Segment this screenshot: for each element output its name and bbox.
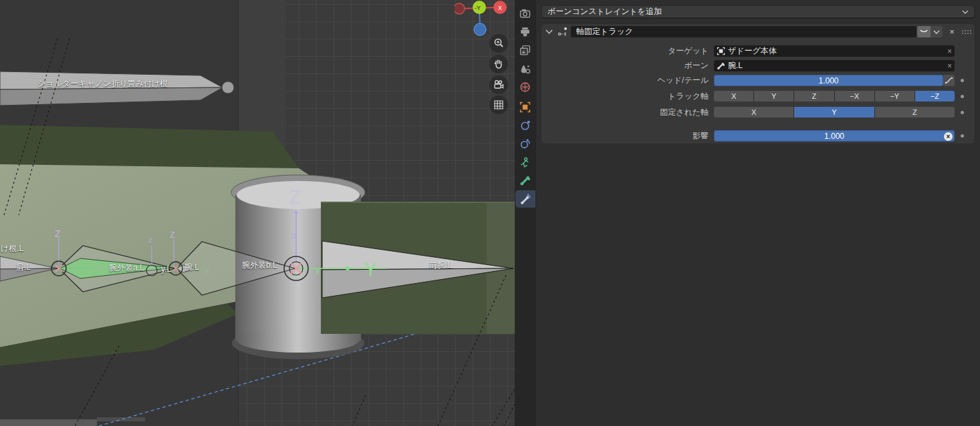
bone-icon: [717, 61, 725, 70]
tab-render[interactable]: [515, 5, 535, 22]
constraint-panel-locked-track: 軸固定トラック × ターゲット: [541, 24, 975, 144]
lock-axis-z[interactable]: Z: [875, 107, 955, 118]
head-tail-value: 1.000: [818, 76, 838, 85]
gizmo-neg-y-label: -Y: [475, 5, 481, 11]
lock-axis-y[interactable]: Y: [794, 107, 874, 118]
constraint-drag-handle[interactable]: [960, 26, 973, 37]
bone-field-label: ボーン: [541, 60, 709, 71]
bone-label: 肩.L: [16, 262, 31, 273]
pan-hand-icon[interactable]: [489, 55, 508, 73]
bone-field[interactable]: 腕.L ×: [714, 60, 955, 71]
tab-world[interactable]: [515, 78, 535, 95]
decorator-dot[interactable]: [961, 111, 964, 114]
tab-view-layer[interactable]: [515, 41, 535, 59]
constraint-extras-menu[interactable]: [931, 26, 943, 37]
delete-x-label: ×: [949, 27, 955, 37]
track-axis-neg-z[interactable]: −Z: [915, 91, 955, 101]
panel-expand-icon[interactable]: [545, 29, 553, 35]
track-axis-z[interactable]: Z: [794, 91, 834, 101]
tab-bone[interactable]: [515, 172, 535, 189]
blender-window: Z Y z Z Y: [0, 0, 980, 426]
axis-y-shoulder: Y: [96, 264, 102, 274]
viewport-camera-icon[interactable]: [489, 75, 508, 94]
tab-bone-constraints[interactable]: [515, 190, 535, 208]
zoom-icon[interactable]: [489, 34, 508, 53]
influence-clear-icon[interactable]: ×: [944, 132, 953, 141]
bone-clear-icon[interactable]: ×: [947, 61, 952, 71]
axis-y-small: y: [316, 266, 320, 275]
constraint-mute-toggle[interactable]: [917, 26, 931, 37]
locked-track-constraint-icon: [558, 27, 568, 37]
track-axis-neg-y[interactable]: −Y: [875, 91, 914, 101]
tab-scene[interactable]: [515, 60, 535, 77]
bone-label: 前腕.L: [429, 260, 452, 271]
constraint-delete-button[interactable]: ×: [947, 26, 957, 37]
head-tail-label: ヘッド/テール: [541, 75, 709, 86]
axis-y-arm: Y: [205, 266, 211, 276]
mesh-shoulder-armor-top: [0, 125, 299, 168]
influence-value: 1.000: [824, 132, 844, 141]
axis-z-arm: Z: [170, 230, 175, 240]
viewport-3d[interactable]: Z Y z Z Y: [0, 0, 515, 426]
object-data-icon: [717, 47, 725, 55]
tab-physics[interactable]: [515, 116, 535, 134]
gizmo-neg-x-ball[interactable]: [455, 3, 465, 14]
target-label: ターゲット: [541, 45, 709, 57]
track-axis-label: トラック軸: [541, 91, 709, 102]
bone-value: 腕.L: [728, 60, 947, 71]
decorator-dot[interactable]: [961, 79, 964, 82]
track-axis-y[interactable]: Y: [754, 91, 793, 101]
bone-label: 腕外装b.L: [242, 260, 277, 271]
axis-y-big: Y: [364, 259, 377, 280]
constraint-name-value: 軸固定トラック: [576, 26, 633, 37]
tab-object[interactable]: [515, 98, 535, 116]
head-tail-slider[interactable]: 1.000: [714, 75, 943, 86]
tab-output[interactable]: [515, 23, 535, 40]
properties-tab-column: [515, 0, 536, 426]
target-field[interactable]: ザドーグ本体 ×: [714, 45, 955, 57]
influence-slider[interactable]: 1.000 ×: [714, 130, 955, 142]
influence-label: 影響: [541, 130, 709, 142]
axis-z-small: z: [292, 230, 297, 240]
lock-axis-segment: X Y Z: [714, 107, 955, 118]
axis-z-small-mid: z: [148, 236, 152, 244]
navigation-gizmo[interactable]: -Y X: [455, 0, 515, 40]
bone-label: け根.L: [1, 243, 23, 254]
bone-label: 腕外装a.L: [109, 262, 144, 274]
bone-label: ショルダーキャノン折り畳み付け根: [37, 78, 168, 89]
track-axis-x[interactable]: X: [714, 91, 753, 101]
target-value: ザドーグ本体: [728, 45, 947, 57]
decorator-dot[interactable]: [961, 95, 964, 98]
gizmo-x-label: X: [498, 5, 502, 11]
axis-z-shoulder: Z: [55, 228, 61, 239]
track-axis-neg-x[interactable]: −X: [835, 91, 874, 101]
axis-z-big: Z: [289, 186, 301, 208]
tab-armature-data[interactable]: [515, 154, 535, 171]
decorator-dot[interactable]: [961, 134, 964, 138]
bone-label: y.L: [161, 264, 171, 274]
gizmo-z-ball[interactable]: [474, 23, 486, 35]
use-bbone-shape-toggle[interactable]: [943, 75, 955, 86]
scene-overlay: Z Y z Z Y: [0, 0, 515, 426]
bone-label: 腕.L: [185, 262, 199, 273]
target-clear-icon[interactable]: ×: [947, 47, 952, 56]
lock-axis-x[interactable]: X: [714, 107, 793, 118]
properties-editor: ボーンコンストレイントを追加 軸固定トラック ×: [515, 0, 980, 426]
constraint-name-field[interactable]: 軸固定トラック: [571, 26, 916, 37]
chevron-down-icon: [962, 9, 969, 15]
ortho-grid-icon[interactable]: [489, 95, 508, 114]
track-axis-segment: X Y Z −X −Y −Z: [714, 91, 955, 101]
add-bone-constraint-label: ボーンコンストレイントを追加: [547, 6, 662, 17]
lock-axis-label: 固定された軸: [541, 107, 709, 118]
tab-object-constraints[interactable]: [515, 135, 535, 152]
add-bone-constraint-button[interactable]: ボーンコンストレイントを追加: [541, 5, 975, 18]
